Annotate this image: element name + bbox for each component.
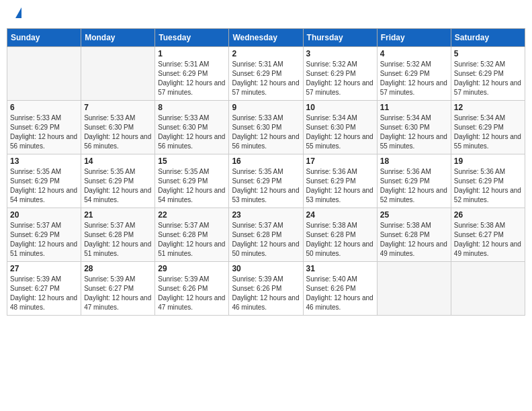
- day-number: 31: [306, 264, 374, 273]
- calendar-day-cell: 31 Sunrise: 5:40 AMSunset: 6:26 PMDaylig…: [303, 262, 377, 316]
- day-number: 12: [454, 103, 522, 112]
- day-info: Sunrise: 5:37 AMSunset: 6:28 PMDaylight:…: [232, 221, 300, 259]
- day-info: Sunrise: 5:38 AMSunset: 6:28 PMDaylight:…: [380, 221, 448, 259]
- day-number: 22: [158, 210, 226, 220]
- logo-triangle-icon: [15, 7, 21, 18]
- calendar-day-cell: 9 Sunrise: 5:33 AMSunset: 6:30 PMDayligh…: [229, 101, 303, 154]
- day-number: 15: [158, 156, 226, 166]
- calendar-day-cell: [377, 262, 451, 316]
- calendar-day-cell: 25 Sunrise: 5:38 AMSunset: 6:28 PMDaylig…: [377, 208, 451, 262]
- page-header: [7, 7, 525, 21]
- calendar-day-cell: 15 Sunrise: 5:35 AMSunset: 6:29 PMDaylig…: [155, 154, 229, 208]
- day-number: 28: [84, 264, 152, 273]
- calendar-table: SundayMondayTuesdayWednesdayThursdayFrid…: [7, 28, 525, 316]
- day-number: 10: [306, 103, 374, 112]
- day-info: Sunrise: 5:35 AMSunset: 6:29 PMDaylight:…: [232, 167, 300, 205]
- day-info: Sunrise: 5:34 AMSunset: 6:30 PMDaylight:…: [380, 113, 448, 151]
- calendar-week-row: 1 Sunrise: 5:31 AMSunset: 6:29 PMDayligh…: [7, 47, 525, 101]
- day-info: Sunrise: 5:39 AMSunset: 6:27 PMDaylight:…: [84, 275, 152, 312]
- day-info: Sunrise: 5:36 AMSunset: 6:29 PMDaylight:…: [306, 167, 374, 205]
- day-info: Sunrise: 5:39 AMSunset: 6:26 PMDaylight:…: [158, 275, 226, 312]
- day-number: 14: [84, 156, 152, 166]
- calendar-week-row: 27 Sunrise: 5:39 AMSunset: 6:27 PMDaylig…: [7, 262, 525, 316]
- calendar-day-cell: 21 Sunrise: 5:37 AMSunset: 6:28 PMDaylig…: [81, 208, 155, 262]
- day-info: Sunrise: 5:32 AMSunset: 6:29 PMDaylight:…: [454, 60, 522, 97]
- day-number: 4: [380, 49, 448, 58]
- day-number: 24: [306, 210, 374, 220]
- day-number: 30: [232, 264, 300, 273]
- calendar-day-cell: 16 Sunrise: 5:35 AMSunset: 6:29 PMDaylig…: [229, 154, 303, 208]
- day-number: 23: [232, 210, 300, 220]
- day-number: 1: [158, 49, 226, 58]
- weekday-header-tuesday: Tuesday: [155, 29, 229, 47]
- calendar-day-cell: 20 Sunrise: 5:37 AMSunset: 6:29 PMDaylig…: [7, 208, 81, 262]
- day-info: Sunrise: 5:39 AMSunset: 6:26 PMDaylight:…: [232, 275, 300, 312]
- day-number: 20: [10, 210, 78, 220]
- day-number: 7: [84, 103, 152, 112]
- calendar-day-cell: 12 Sunrise: 5:34 AMSunset: 6:29 PMDaylig…: [451, 101, 525, 154]
- day-number: 6: [10, 103, 78, 112]
- calendar-body: 1 Sunrise: 5:31 AMSunset: 6:29 PMDayligh…: [7, 47, 525, 316]
- weekday-header-saturday: Saturday: [451, 29, 525, 47]
- day-info: Sunrise: 5:35 AMSunset: 6:29 PMDaylight:…: [10, 167, 78, 205]
- day-number: 21: [84, 210, 152, 220]
- day-number: 25: [380, 210, 448, 220]
- calendar-week-row: 13 Sunrise: 5:35 AMSunset: 6:29 PMDaylig…: [7, 154, 525, 208]
- calendar-day-cell: 23 Sunrise: 5:37 AMSunset: 6:28 PMDaylig…: [229, 208, 303, 262]
- day-info: Sunrise: 5:35 AMSunset: 6:29 PMDaylight:…: [84, 167, 152, 205]
- calendar-week-row: 20 Sunrise: 5:37 AMSunset: 6:29 PMDaylig…: [7, 208, 525, 262]
- day-number: 5: [454, 49, 522, 58]
- day-info: Sunrise: 5:39 AMSunset: 6:27 PMDaylight:…: [10, 275, 78, 312]
- day-number: 18: [380, 156, 448, 166]
- calendar-day-cell: 17 Sunrise: 5:36 AMSunset: 6:29 PMDaylig…: [303, 154, 377, 208]
- day-info: Sunrise: 5:33 AMSunset: 6:30 PMDaylight:…: [232, 113, 300, 151]
- day-number: 11: [380, 103, 448, 112]
- calendar-day-cell: 14 Sunrise: 5:35 AMSunset: 6:29 PMDaylig…: [81, 154, 155, 208]
- calendar-day-cell: 4 Sunrise: 5:32 AMSunset: 6:29 PMDayligh…: [377, 47, 451, 101]
- calendar-day-cell: 10 Sunrise: 5:34 AMSunset: 6:30 PMDaylig…: [303, 101, 377, 154]
- calendar-day-cell: 6 Sunrise: 5:33 AMSunset: 6:29 PMDayligh…: [7, 101, 81, 154]
- calendar-day-cell: 5 Sunrise: 5:32 AMSunset: 6:29 PMDayligh…: [451, 47, 525, 101]
- calendar-day-cell: 2 Sunrise: 5:31 AMSunset: 6:29 PMDayligh…: [229, 47, 303, 101]
- calendar-day-cell: 3 Sunrise: 5:32 AMSunset: 6:29 PMDayligh…: [303, 47, 377, 101]
- day-info: Sunrise: 5:32 AMSunset: 6:29 PMDaylight:…: [380, 60, 448, 97]
- day-number: 17: [306, 156, 374, 166]
- day-info: Sunrise: 5:34 AMSunset: 6:29 PMDaylight:…: [454, 113, 522, 151]
- calendar-day-cell: 27 Sunrise: 5:39 AMSunset: 6:27 PMDaylig…: [7, 262, 81, 316]
- day-number: 16: [232, 156, 300, 166]
- calendar-header-row: SundayMondayTuesdayWednesdayThursdayFrid…: [7, 29, 525, 47]
- calendar-day-cell: 13 Sunrise: 5:35 AMSunset: 6:29 PMDaylig…: [7, 154, 81, 208]
- calendar-day-cell: [81, 47, 155, 101]
- day-info: Sunrise: 5:31 AMSunset: 6:29 PMDaylight:…: [232, 60, 300, 97]
- day-info: Sunrise: 5:37 AMSunset: 6:28 PMDaylight:…: [84, 221, 152, 259]
- weekday-header-monday: Monday: [81, 29, 155, 47]
- day-info: Sunrise: 5:34 AMSunset: 6:30 PMDaylight:…: [306, 113, 374, 151]
- day-number: 8: [158, 103, 226, 112]
- day-number: 19: [454, 156, 522, 166]
- day-info: Sunrise: 5:40 AMSunset: 6:26 PMDaylight:…: [306, 275, 374, 312]
- day-info: Sunrise: 5:38 AMSunset: 6:27 PMDaylight:…: [454, 221, 522, 259]
- day-info: Sunrise: 5:33 AMSunset: 6:29 PMDaylight:…: [10, 113, 78, 151]
- day-number: 29: [158, 264, 226, 273]
- day-info: Sunrise: 5:35 AMSunset: 6:29 PMDaylight:…: [158, 167, 226, 205]
- weekday-header-sunday: Sunday: [7, 29, 81, 47]
- day-number: 3: [306, 49, 374, 58]
- calendar-day-cell: [7, 47, 81, 101]
- calendar-day-cell: [451, 262, 525, 316]
- calendar-day-cell: 8 Sunrise: 5:33 AMSunset: 6:30 PMDayligh…: [155, 101, 229, 154]
- day-info: Sunrise: 5:33 AMSunset: 6:30 PMDaylight:…: [84, 113, 152, 151]
- calendar-day-cell: 1 Sunrise: 5:31 AMSunset: 6:29 PMDayligh…: [155, 47, 229, 101]
- calendar-day-cell: 29 Sunrise: 5:39 AMSunset: 6:26 PMDaylig…: [155, 262, 229, 316]
- calendar-day-cell: 28 Sunrise: 5:39 AMSunset: 6:27 PMDaylig…: [81, 262, 155, 316]
- day-info: Sunrise: 5:33 AMSunset: 6:30 PMDaylight:…: [158, 113, 226, 151]
- calendar-day-cell: 22 Sunrise: 5:37 AMSunset: 6:28 PMDaylig…: [155, 208, 229, 262]
- weekday-header-friday: Friday: [377, 29, 451, 47]
- calendar-day-cell: 26 Sunrise: 5:38 AMSunset: 6:27 PMDaylig…: [451, 208, 525, 262]
- logo: [13, 10, 21, 18]
- day-info: Sunrise: 5:36 AMSunset: 6:29 PMDaylight:…: [454, 167, 522, 205]
- day-info: Sunrise: 5:38 AMSunset: 6:28 PMDaylight:…: [306, 221, 374, 259]
- day-number: 27: [10, 264, 78, 273]
- day-number: 26: [454, 210, 522, 220]
- day-info: Sunrise: 5:37 AMSunset: 6:29 PMDaylight:…: [10, 221, 78, 259]
- calendar-day-cell: 19 Sunrise: 5:36 AMSunset: 6:29 PMDaylig…: [451, 154, 525, 208]
